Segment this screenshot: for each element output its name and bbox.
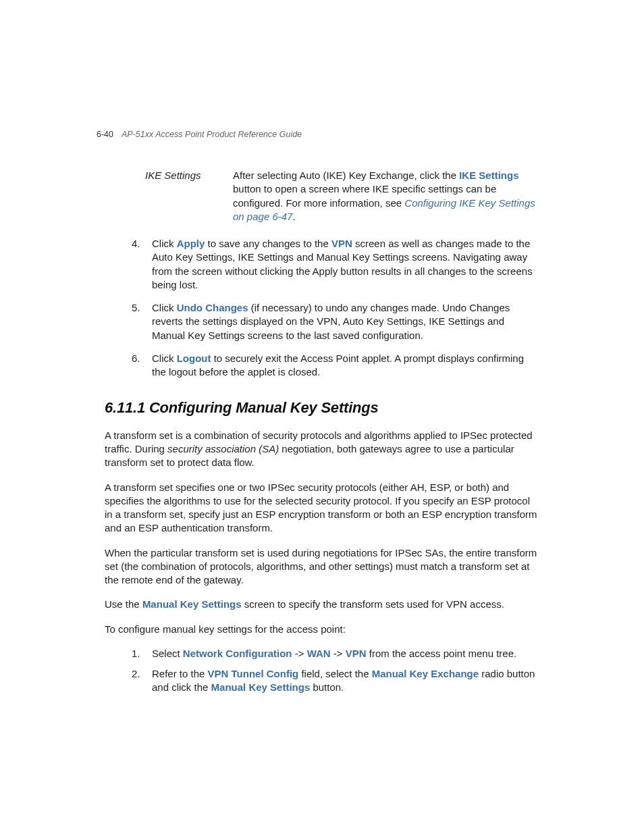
ike-settings-label: IKE Settings (459, 170, 518, 181)
paragraph-1: A transform set is a combination of secu… (105, 429, 539, 470)
content-area: IKE Settings After selecting Auto (IKE) … (105, 169, 539, 695)
text: from the access point menu tree. (367, 648, 517, 659)
paragraph-3: When the particular transform set is use… (105, 546, 539, 588)
numbered-steps: Click Apply to save any changes to the V… (132, 237, 539, 379)
step-6: Click Logout to securely exit the Access… (132, 352, 539, 380)
text: Select (152, 648, 183, 659)
sa-term: security association (SA) (167, 443, 279, 454)
logout-label: Logout (177, 353, 211, 364)
paragraph-4: Use the Manual Key Settings screen to sp… (105, 598, 539, 611)
apply-label: Apply (177, 238, 205, 249)
text: . (292, 211, 295, 222)
text: Refer to the (152, 668, 208, 679)
text: Click (152, 238, 177, 249)
text: field, select the (298, 668, 371, 679)
undo-changes-label: Undo Changes (177, 302, 248, 313)
substep-1: Select Network Configuration -> WAN -> V… (132, 647, 539, 660)
definition-row: IKE Settings After selecting Auto (IKE) … (145, 169, 539, 224)
page-number: 6-40 (97, 130, 113, 139)
paragraph-5: To configure manual key settings for the… (105, 623, 539, 636)
page: 6-40AP-51xx Access Point Product Referen… (0, 0, 644, 834)
substep-2: Refer to the VPN Tunnel Config field, se… (132, 667, 539, 695)
text: Use the (105, 598, 142, 610)
wan-label: WAN (307, 648, 331, 659)
manual-key-exchange-label: Manual Key Exchange (372, 668, 479, 679)
definition-term: IKE Settings (145, 169, 233, 224)
text: -> (331, 648, 346, 659)
sub-steps: Select Network Configuration -> WAN -> V… (132, 647, 539, 695)
step-5: Click Undo Changes (if necessary) to und… (132, 301, 539, 342)
text: screen to specify the transform sets use… (242, 598, 504, 610)
manual-key-settings-button-label: Manual Key Settings (211, 681, 311, 693)
text: After selecting Auto (IKE) Key Exchange,… (233, 170, 459, 181)
step-4: Click Apply to save any changes to the V… (132, 237, 539, 292)
text: to save any changes to the (205, 238, 331, 249)
page-header: 6-40AP-51xx Access Point Product Referen… (97, 130, 302, 139)
network-config-label: Network Configuration (183, 648, 292, 659)
section-heading: 6.11.1 Configuring Manual Key Settings (105, 398, 539, 418)
text: -> (292, 648, 307, 659)
text: Click (152, 353, 177, 364)
vpn-tunnel-config-label: VPN Tunnel Config (208, 668, 299, 679)
manual-key-settings-label: Manual Key Settings (142, 598, 242, 610)
guide-title: AP-51xx Access Point Product Reference G… (122, 130, 302, 139)
vpn-label: VPN (346, 648, 367, 659)
paragraph-2: A transform set specifies one or two IPS… (105, 481, 539, 536)
text: button. (310, 681, 344, 693)
definition-description: After selecting Auto (IKE) Key Exchange,… (233, 169, 539, 224)
text: Click (152, 302, 177, 313)
vpn-label: VPN (331, 238, 352, 249)
